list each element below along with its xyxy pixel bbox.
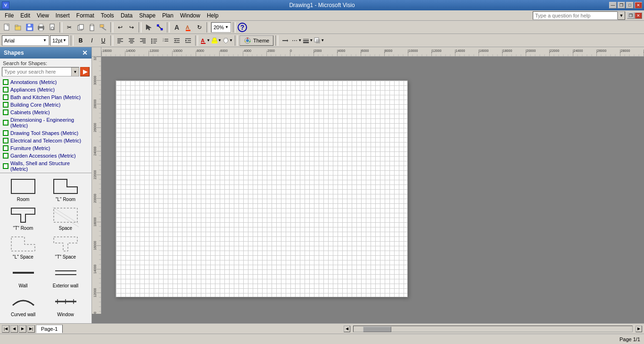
maximize-button[interactable]: □ — [626, 2, 634, 8]
help-close-button[interactable]: ✕ — [635, 12, 642, 19]
search-dropdown-button[interactable]: ▼ — [71, 67, 79, 76]
bullets-button[interactable] — [149, 35, 159, 46]
h-scroll-thumb[interactable] — [363, 327, 391, 332]
shapes-category-item[interactable]: Electrical and Telecom (Metric) — [0, 137, 91, 144]
canvas-area[interactable]: -16000 -14000 -12000 -10000 -8000 -6000 … — [92, 47, 644, 323]
line-style-button[interactable] — [280, 35, 290, 46]
zoom-dropdown[interactable]: 20% ▼ — [211, 22, 231, 33]
shape-room[interactable]: Room — [2, 175, 44, 204]
shapes-category-item[interactable]: Drawing Tool Shapes (Metric) — [0, 129, 91, 137]
hscroll-right-button[interactable]: ▶ — [636, 326, 642, 332]
help-dropdown-button[interactable]: ▼ — [618, 11, 625, 20]
copy-button[interactable] — [75, 22, 86, 33]
page-next-button[interactable]: ▶ — [19, 325, 26, 333]
menu-view[interactable]: View — [34, 11, 52, 20]
shape-curved-wall[interactable]: Curved wall — [2, 290, 44, 319]
menu-file[interactable]: File — [2, 11, 17, 20]
menu-data[interactable]: Data — [118, 11, 135, 20]
bold-button[interactable]: B — [75, 35, 86, 46]
align-center-button[interactable] — [126, 35, 137, 46]
shapes-category-item[interactable]: Building Core (Metric) — [0, 101, 91, 109]
shapes-category-item[interactable]: Appliances (Metric) — [0, 86, 91, 93]
shape-exterior-wall[interactable]: Exterior wall — [44, 261, 87, 290]
shape-glider-window[interactable]: Glider window — [2, 319, 44, 323]
print-button[interactable] — [36, 22, 46, 33]
font-size-dropdown-arrow[interactable]: ▼ — [63, 38, 66, 42]
font-color-button[interactable]: A ▼ — [200, 35, 210, 46]
page-tab-1[interactable]: Page-1 — [36, 325, 63, 333]
increase-indent-button[interactable] — [183, 35, 193, 46]
search-input[interactable] — [2, 69, 71, 75]
help-restore-button[interactable]: ❐ — [627, 12, 635, 19]
shapes-category-item[interactable]: Cabinets (Metric) — [0, 109, 91, 116]
shapes-close-button[interactable]: ✕ — [82, 49, 88, 57]
minimize-button[interactable]: — — [609, 2, 617, 8]
shape-space[interactable]: Space — [44, 204, 87, 233]
format-painter-button[interactable] — [98, 22, 108, 33]
text-button[interactable]: A — [172, 22, 182, 33]
fill-color-button[interactable]: A — [183, 22, 193, 33]
menu-tools[interactable]: Tools — [98, 11, 117, 20]
refresh-button[interactable]: ↻ — [194, 22, 205, 33]
shapes-category-item[interactable]: Walls, Shell and Structure (Metric) — [0, 159, 91, 173]
connector-button[interactable] — [155, 22, 165, 33]
shapes-category-item[interactable]: Bath and Kitchen Plan (Metric) — [0, 93, 91, 101]
help-input[interactable] — [533, 11, 618, 20]
shapes-category-item[interactable]: Dimensioning - Engineering (Metric) — [0, 116, 91, 129]
numbering-button[interactable]: 1.2. — [160, 35, 171, 46]
shape-l-space[interactable]: "L" Space — [2, 233, 44, 261]
drawing-canvas[interactable] — [101, 57, 644, 323]
svg-rect-89 — [6, 112, 8, 114]
highlight-color-button[interactable]: ▼ — [211, 35, 222, 46]
undo-button[interactable]: ↩ — [115, 22, 125, 33]
fill-button[interactable]: ▼ — [223, 35, 233, 46]
save-button[interactable] — [25, 22, 35, 33]
line-weight-button[interactable]: ▼ — [303, 35, 313, 46]
font-dropdown-arrow[interactable]: ▼ — [43, 38, 47, 42]
menu-help[interactable]: Help — [204, 11, 222, 20]
new-button[interactable] — [2, 22, 12, 33]
shapes-category-item[interactable]: Garden Accessories (Metric) — [0, 152, 91, 159]
paste-button[interactable] — [87, 22, 97, 33]
close-button[interactable]: ✕ — [635, 2, 642, 8]
restore-button[interactable]: ❐ — [618, 2, 625, 8]
underline-button[interactable]: U — [98, 35, 108, 46]
align-left-button[interactable] — [115, 35, 125, 46]
italic-button[interactable]: I — [87, 35, 97, 46]
h-scrollbar[interactable] — [353, 326, 633, 332]
shape-wall[interactable]: Wall — [2, 261, 44, 290]
menu-shape[interactable]: Shape — [136, 11, 158, 20]
shadow-button[interactable]: ▼ — [314, 35, 324, 46]
open-button[interactable] — [13, 22, 24, 33]
font-size-box[interactable]: 12pt ▼ — [50, 35, 69, 46]
redo-button[interactable]: ↪ — [126, 22, 137, 33]
shape-casement[interactable]: Casement — [44, 319, 87, 323]
hscroll-left-button[interactable]: ◀ — [344, 326, 350, 332]
white-page[interactable] — [116, 80, 408, 297]
page-prev-button[interactable]: ◀ — [10, 325, 18, 333]
theme-button[interactable]: Theme — [239, 35, 273, 46]
page-last-button[interactable]: ▶| — [27, 325, 35, 333]
shapes-category-item[interactable]: Annotations (Metric) — [0, 78, 91, 86]
menu-insert[interactable]: Insert — [53, 11, 73, 20]
decrease-indent-button[interactable] — [172, 35, 182, 46]
font-name-box[interactable]: Arial ▼ — [2, 35, 49, 46]
search-go-button[interactable]: ▶ — [80, 67, 90, 76]
titlebar-controls[interactable]: — ❐ □ ✕ — [609, 2, 642, 8]
menu-format[interactable]: Format — [74, 11, 97, 20]
line-ends-button[interactable]: ▼ — [291, 35, 302, 46]
menu-window[interactable]: Window — [177, 11, 203, 20]
shape-l-room[interactable]: "L" Room — [44, 175, 87, 204]
align-right-button[interactable] — [138, 35, 148, 46]
cut-button[interactable]: ✂ — [64, 22, 74, 33]
menu-edit[interactable]: Edit — [17, 11, 33, 20]
pointer-button[interactable] — [143, 22, 154, 33]
shape-window[interactable]: Window — [44, 290, 87, 319]
print-preview-button[interactable] — [47, 22, 58, 33]
help-button[interactable]: ? — [238, 23, 247, 32]
page-first-button[interactable]: |◀ — [2, 325, 9, 333]
shape-t-room[interactable]: "T" Room — [2, 204, 44, 233]
menu-plan[interactable]: Plan — [159, 11, 176, 20]
shape-t-space[interactable]: "T" Space — [44, 233, 87, 261]
shapes-category-item[interactable]: Furniture (Metric) — [0, 144, 91, 152]
